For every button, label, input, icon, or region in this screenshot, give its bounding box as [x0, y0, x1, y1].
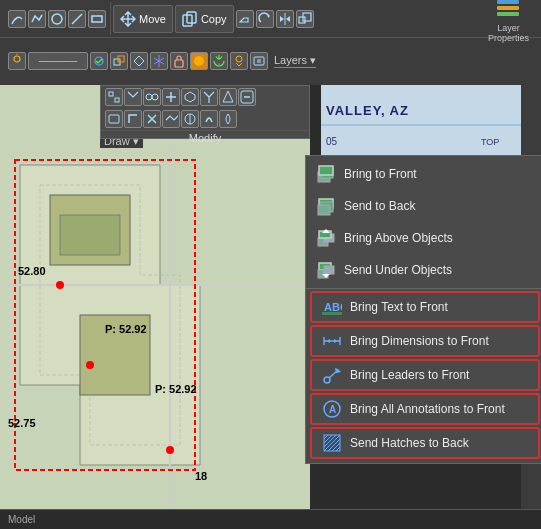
- bring-leaders-to-front-label: Bring Leaders to Front: [350, 368, 469, 382]
- svg-line-91: [324, 435, 332, 443]
- circle-tool-btn[interactable]: [48, 10, 66, 28]
- layer-match-btn[interactable]: [110, 52, 128, 70]
- bring-to-front-label: Bring to Front: [344, 167, 417, 181]
- svg-rect-13: [497, 12, 519, 16]
- layer-properties-button[interactable]: LayerProperties: [480, 0, 537, 43]
- polyline-tool-btn[interactable]: [28, 10, 46, 28]
- bring-dimensions-to-front-icon: [322, 331, 342, 351]
- layer-walk-btn[interactable]: [250, 52, 268, 70]
- bring-above-objects-item[interactable]: Bring Above Objects: [306, 222, 541, 254]
- line-tool-btn[interactable]: [68, 10, 86, 28]
- svg-rect-42: [60, 215, 120, 255]
- layer-on-btn[interactable]: [210, 52, 228, 70]
- mod-btn-7[interactable]: [219, 88, 237, 106]
- svg-text:P: 52.92: P: 52.92: [105, 323, 147, 335]
- svg-point-48: [86, 361, 94, 369]
- send-to-back-item[interactable]: Send to Back: [306, 190, 541, 222]
- svg-text:05: 05: [326, 136, 338, 147]
- layers-dropdown-label[interactable]: Layers ▾: [274, 54, 316, 68]
- send-hatches-to-back-item[interactable]: Send Hatches to Back: [310, 427, 540, 459]
- mod2-btn-3[interactable]: [143, 110, 161, 128]
- bring-leaders-to-front-item[interactable]: Bring Leaders to Front: [310, 359, 540, 391]
- mod2-btn-2[interactable]: [124, 110, 142, 128]
- svg-line-96: [336, 447, 340, 451]
- make-current-btn[interactable]: [90, 52, 108, 70]
- send-under-objects-label: Send Under Objects: [344, 263, 452, 277]
- svg-point-49: [166, 446, 174, 454]
- bring-all-annotations-label: Bring All Annotations to Front: [350, 402, 505, 416]
- mod-btn-1[interactable]: [105, 88, 123, 106]
- svg-text:ABC: ABC: [324, 301, 342, 313]
- layer-freeze-btn[interactable]: [150, 52, 168, 70]
- erase-tool-btn[interactable]: [88, 10, 106, 28]
- svg-point-47: [56, 281, 64, 289]
- move-button[interactable]: Move: [113, 5, 173, 33]
- layer-state-btn[interactable]: [8, 52, 26, 70]
- mirror-tool-btn[interactable]: [276, 10, 294, 28]
- mod-btn-5[interactable]: [181, 88, 199, 106]
- mod-btn-8[interactable]: [238, 88, 256, 106]
- send-under-objects-item[interactable]: Send Under Objects: [306, 254, 541, 286]
- bring-all-annotations-item[interactable]: A Bring All Annotations to Front: [310, 393, 540, 425]
- svg-point-29: [152, 94, 158, 100]
- draw-order-menu: Bring to Front Send to Back Bring Above …: [305, 155, 541, 464]
- bring-text-to-front-item[interactable]: ABC Bring Text to Front: [310, 291, 540, 323]
- svg-text:P: 52.92: P: 52.92: [155, 383, 197, 395]
- layer-thaw-btn[interactable]: [230, 52, 248, 70]
- move-label: Move: [139, 13, 166, 25]
- svg-rect-19: [175, 60, 183, 67]
- send-under-icon: [316, 260, 336, 280]
- stretch-tool-btn[interactable]: [236, 10, 254, 28]
- svg-line-95: [332, 443, 340, 451]
- map-svg: 52.80 P: 52.92 P: 52.92 52.75 18 LA P: 5…: [0, 85, 310, 529]
- mod2-btn-6[interactable]: [200, 110, 218, 128]
- layer-lock-btn[interactable]: [170, 52, 188, 70]
- scale-tool-btn[interactable]: [296, 10, 314, 28]
- svg-point-28: [146, 94, 152, 100]
- mod-btn-2[interactable]: [124, 88, 142, 106]
- bring-text-to-front-icon: ABC: [322, 297, 342, 317]
- bring-above-objects-label: Bring Above Objects: [344, 231, 453, 245]
- mod2-btn-4[interactable]: [162, 110, 180, 128]
- mod2-btn-5[interactable]: [181, 110, 199, 128]
- svg-text:52.80: 52.80: [18, 265, 46, 277]
- copy-button[interactable]: Copy: [175, 5, 234, 33]
- modify-row2: [101, 108, 309, 130]
- status-bar: Model: [0, 509, 541, 529]
- bring-to-front-item[interactable]: Bring to Front: [306, 158, 541, 190]
- mod-btn-4[interactable]: [162, 88, 180, 106]
- mod-btn-3[interactable]: [143, 88, 161, 106]
- bring-dimensions-to-front-item[interactable]: Bring Dimensions to Front: [310, 325, 540, 357]
- canvas-area: 52.80 P: 52.92 P: 52.92 52.75 18 LA P: 5…: [0, 85, 310, 529]
- layer-color-btn[interactable]: [190, 52, 208, 70]
- svg-text:52.75: 52.75: [8, 417, 36, 429]
- svg-marker-32: [223, 91, 233, 102]
- toolbar-top: Move Copy LayerProperti: [0, 0, 541, 85]
- svg-text:TOP: TOP: [481, 137, 499, 147]
- send-to-back-label: Send to Back: [344, 199, 415, 213]
- menu-divider: [306, 288, 541, 289]
- bring-above-icon: [316, 228, 336, 248]
- move-icon: [120, 11, 136, 27]
- arc-tool-btn[interactable]: [8, 10, 26, 28]
- svg-marker-8: [286, 16, 290, 22]
- svg-line-1: [72, 14, 82, 24]
- status-text: Model: [8, 514, 35, 525]
- svg-text:VALLEY, AZ: VALLEY, AZ: [326, 103, 409, 118]
- rotate-tool-btn[interactable]: [256, 10, 274, 28]
- svg-rect-78: [322, 312, 342, 315]
- svg-point-20: [194, 56, 204, 66]
- bring-dimensions-to-front-label: Bring Dimensions to Front: [350, 334, 489, 348]
- svg-text:18: 18: [195, 470, 207, 482]
- bring-text-to-front-label: Bring Text to Front: [350, 300, 448, 314]
- layer-list-btn[interactable]: ──────: [28, 52, 88, 70]
- mod2-btn-7[interactable]: [219, 110, 237, 128]
- mod-btn-6[interactable]: [200, 88, 218, 106]
- send-to-back-icon: [316, 196, 336, 216]
- layer-isolate-btn[interactable]: [130, 52, 148, 70]
- svg-line-93: [324, 435, 340, 451]
- svg-rect-68: [318, 205, 330, 215]
- svg-marker-83: [334, 339, 338, 343]
- copy-label: Copy: [201, 13, 227, 25]
- mod2-btn-1[interactable]: [105, 110, 123, 128]
